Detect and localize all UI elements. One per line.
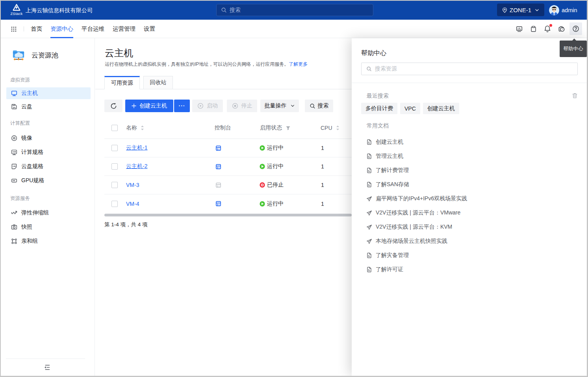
sidebar-item-autoscaling-group[interactable]: 弹性伸缩组 bbox=[6, 207, 91, 219]
zone-selector[interactable]: ZONE-1 bbox=[497, 4, 544, 16]
zone-label: ZONE-1 bbox=[510, 7, 531, 13]
drawer-search-placeholder: 搜索资源 bbox=[375, 65, 397, 72]
doc-link[interactable]: 扁平网络下的IPv4+IPv6双栈场景实践 bbox=[366, 192, 467, 206]
doc-link[interactable]: 本地存储场景云主机快照实践 bbox=[366, 234, 467, 248]
clear-history-trash-icon[interactable] bbox=[572, 92, 578, 99]
search-button[interactable]: 搜索 bbox=[305, 100, 333, 112]
filter-icon[interactable] bbox=[286, 126, 291, 131]
tab-available-resources[interactable]: 可用资源 bbox=[104, 76, 140, 89]
vm-name-link[interactable]: 云主机-2 bbox=[126, 163, 147, 170]
row-checkbox[interactable] bbox=[111, 145, 118, 151]
sidebar-item-instance-offering[interactable]: 计算规格 bbox=[6, 146, 91, 158]
collapse-sidebar-icon[interactable] bbox=[44, 364, 50, 370]
sidebar-item-snapshot[interactable]: 快照 bbox=[6, 221, 91, 233]
plus-icon bbox=[132, 103, 136, 108]
help-drawer: 帮助中心 搜索资源 最近搜索 多价目计费 VPC 创建云主机 常用文档 创建云主… bbox=[352, 38, 587, 376]
console-button[interactable] bbox=[212, 194, 224, 213]
sidebar-item-affinity-group[interactable]: 亲和组 bbox=[6, 235, 91, 247]
help-icon[interactable] bbox=[569, 22, 582, 35]
avatar[interactable] bbox=[549, 5, 559, 15]
global-search-input[interactable]: 搜索 bbox=[216, 4, 373, 16]
recent-search-label: 最近搜索 bbox=[367, 92, 389, 99]
horizontal-scrollbar[interactable] bbox=[104, 214, 352, 216]
nav-item-operation-mgmt[interactable]: 运营管理 bbox=[113, 20, 135, 38]
doc-link[interactable]: 管理云主机 bbox=[366, 149, 467, 163]
more-actions-button[interactable]: ··· bbox=[174, 100, 190, 112]
page-description: 运行在物理机上的虚拟机实例，具有独立的IP地址，可以访问公共网络，运行应用服务。… bbox=[105, 61, 308, 68]
doc-link[interactable]: V2V迁移实践 | 源云平台：VMware bbox=[366, 206, 467, 220]
recent-tag[interactable]: VPC bbox=[400, 103, 420, 114]
app-grid-icon[interactable] bbox=[11, 26, 17, 32]
username[interactable]: admin bbox=[562, 1, 577, 20]
vm-name-link[interactable]: 云主机-1 bbox=[126, 144, 147, 152]
column-console[interactable]: 控制台 bbox=[215, 121, 231, 139]
sidebar-item-gpu-offering[interactable]: GPU规格 bbox=[6, 175, 91, 187]
send-plane-icon bbox=[366, 210, 372, 216]
vm-name-link[interactable]: VM-4 bbox=[126, 201, 139, 207]
console-button[interactable] bbox=[212, 157, 224, 176]
global-search-placeholder: 搜索 bbox=[230, 7, 241, 14]
column-status[interactable]: 启用状态 bbox=[260, 121, 291, 139]
sidebar-item-volume-offering[interactable]: 云盘规格 bbox=[6, 161, 91, 172]
gpu-spec-icon bbox=[11, 177, 17, 184]
drawer-search-input[interactable]: 搜索资源 bbox=[361, 63, 578, 75]
tab-recycle-bin[interactable]: 回收站 bbox=[143, 76, 173, 89]
doc-link[interactable]: 了解许可证 bbox=[366, 262, 467, 277]
compute-spec-icon bbox=[11, 149, 17, 155]
sidebar-item-vm-instance[interactable]: 云主机 bbox=[6, 87, 91, 99]
recent-tag[interactable]: 创建云主机 bbox=[423, 103, 459, 114]
row-checkbox[interactable] bbox=[111, 163, 118, 170]
doc-link[interactable]: 创建云主机 bbox=[366, 135, 467, 149]
zstack-logo-text: ZStack bbox=[10, 11, 23, 16]
doc-link[interactable]: 了解灾备管理 bbox=[366, 248, 467, 262]
doc-file-icon bbox=[366, 167, 372, 174]
cpu-value: 1 bbox=[321, 157, 324, 176]
zstack-logo[interactable]: ZStack bbox=[10, 4, 23, 18]
docs-list: 创建云主机管理云主机了解计费管理了解SAN存储扁平网络下的IPv4+IPv6双栈… bbox=[366, 135, 467, 277]
learn-more-link[interactable]: 了解更多 bbox=[289, 61, 308, 67]
operation-log-icon[interactable] bbox=[555, 22, 568, 35]
start-button[interactable]: 启动 bbox=[192, 100, 223, 112]
vm-table: 名称 控制台 启用状态 CPU bbox=[104, 121, 352, 213]
doc-link[interactable]: 了解SAN存储 bbox=[366, 177, 467, 192]
row-checkbox[interactable] bbox=[111, 201, 118, 207]
notification-badge bbox=[549, 24, 552, 27]
nav-item-resource-center[interactable]: 资源中心 bbox=[50, 20, 73, 38]
create-vm-button[interactable]: 创建云主机 bbox=[125, 100, 173, 112]
nav-item-platform-ops[interactable]: 平台运维 bbox=[82, 20, 104, 38]
navbar: 首页 资源中心 平台运维 运营管理 设置 bbox=[1, 20, 587, 38]
refresh-button[interactable] bbox=[104, 100, 122, 112]
column-cpu[interactable]: CPU bbox=[321, 121, 339, 139]
sort-icon[interactable] bbox=[141, 125, 144, 131]
sidebar-item-volume[interactable]: 云盘 bbox=[6, 101, 91, 113]
vm-name-link[interactable]: VM-3 bbox=[126, 182, 139, 188]
stop-button[interactable]: 停止 bbox=[227, 100, 257, 112]
batch-operations-button[interactable]: 批量操作 bbox=[260, 100, 299, 112]
dashboard-screen-icon[interactable] bbox=[513, 22, 525, 35]
row-checkbox[interactable] bbox=[111, 182, 118, 188]
sidebar: 云资源池 虚拟资源 云主机 云盘 计算配置 bbox=[1, 38, 95, 376]
nav-divider bbox=[24, 26, 24, 31]
nav-item-settings[interactable]: 设置 bbox=[144, 20, 155, 38]
table-row: 云主机-1 运行中 1 bbox=[104, 139, 352, 157]
notification-bell-icon[interactable] bbox=[541, 22, 554, 35]
workorder-icon[interactable] bbox=[527, 22, 540, 35]
page-title: 云主机 bbox=[105, 47, 133, 59]
console-button[interactable] bbox=[212, 139, 224, 157]
doc-link[interactable]: 了解计费管理 bbox=[366, 163, 467, 177]
cpu-value: 1 bbox=[321, 139, 324, 157]
doc-link[interactable]: V2V迁移实践 | 源云平台：KVM bbox=[366, 220, 467, 234]
sort-icon[interactable] bbox=[336, 125, 339, 131]
snapshot-camera-icon bbox=[11, 224, 17, 230]
toolbar: 创建云主机 ··· 启动 停止 bbox=[104, 100, 333, 112]
sidebar-item-image[interactable]: 镜像 bbox=[6, 132, 91, 144]
nav-item-home[interactable]: 首页 bbox=[31, 20, 42, 38]
column-name[interactable]: 名称 bbox=[126, 124, 137, 131]
send-plane-icon bbox=[366, 238, 372, 244]
status-badge: 运行中 bbox=[260, 194, 284, 213]
select-all-checkbox[interactable] bbox=[111, 125, 118, 131]
stopped-status-icon bbox=[260, 182, 265, 188]
affinity-group-icon bbox=[11, 238, 17, 244]
pagination-info: 第 1-4 项，共 4 项 bbox=[104, 222, 148, 228]
recent-tag[interactable]: 多价目计费 bbox=[361, 103, 397, 114]
